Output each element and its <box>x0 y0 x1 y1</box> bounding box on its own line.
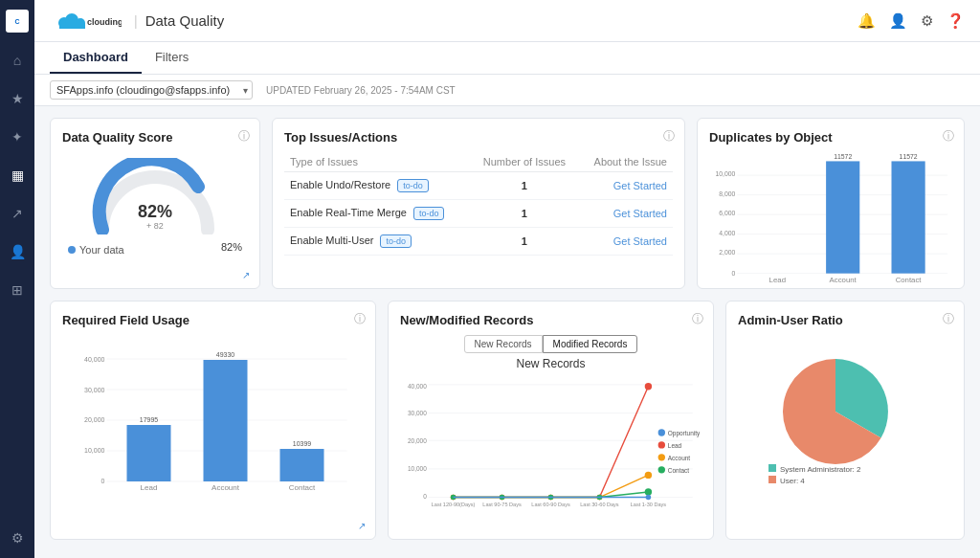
admin-pie-svg: System Administrator: 2 User: 4 <box>759 340 931 483</box>
card-quality-score: Data Quality Score ⓘ 82% + 82 Y <box>50 118 260 289</box>
svg-text:30,000: 30,000 <box>84 387 105 393</box>
svg-text:cloudingo: cloudingo <box>87 17 122 27</box>
duplicates-info-icon[interactable]: ⓘ <box>943 128 954 145</box>
svg-text:10399: 10399 <box>293 440 312 447</box>
req-external-link[interactable]: ↗ <box>358 521 366 531</box>
svg-point-79 <box>658 441 665 448</box>
bell-icon[interactable]: 🔔 <box>858 12 876 30</box>
card-row-1: Data Quality Score ⓘ 82% + 82 Y <box>50 118 965 289</box>
issue-action[interactable]: Get Started <box>577 200 673 228</box>
user-icon[interactable]: 👤 <box>889 12 907 30</box>
svg-text:User: 4: User: 4 <box>780 477 805 483</box>
tab-dashboard[interactable]: Dashboard <box>50 42 142 74</box>
sidebar-nav-tools[interactable]: ✦ <box>7 126 28 147</box>
quality-score-title: Data Quality Score <box>62 130 248 145</box>
svg-text:82%: 82% <box>138 202 172 221</box>
newrec-chart-svg: 0 10,000 20,000 30,000 40,000 Last 120-9… <box>400 374 702 513</box>
svg-rect-87 <box>768 476 776 483</box>
admin-ratio-title: Admin-User Ratio <box>738 313 952 327</box>
issue-count: 1 <box>472 200 578 228</box>
svg-rect-37 <box>127 425 171 481</box>
tab-filters[interactable]: Filters <box>142 42 202 74</box>
svg-text:Lead: Lead <box>769 276 786 284</box>
gauge-container: 82% + 82 <box>62 152 248 238</box>
svg-text:+ 82: + 82 <box>146 221 164 231</box>
sidebar-nav-chart[interactable]: ▦ <box>7 165 28 186</box>
req-field-info-icon[interactable]: ⓘ <box>354 311 366 327</box>
svg-text:Last 30-60 Days: Last 30-60 Days <box>580 502 619 507</box>
sf-select-wrapper[interactable]: SFApps.info (cloudingo@sfapps.info) <box>50 80 253 100</box>
svg-text:Last 120-90(Days): Last 120-90(Days) <box>432 502 476 507</box>
sidebar-logo[interactable]: C <box>6 10 29 33</box>
svg-point-81 <box>658 454 665 460</box>
svg-rect-20 <box>826 161 859 273</box>
issue-action[interactable]: Get Started <box>577 228 673 256</box>
svg-text:2,000: 2,000 <box>719 249 735 256</box>
toolbar: SFApps.info (cloudingo@sfapps.info) UPDA… <box>34 75 980 106</box>
card-new-records: New/Modified Records ⓘ New Records Modif… <box>388 301 714 540</box>
issue-type: Enable Real-Time Merge to-do <box>284 200 472 228</box>
main-area: cloudingo | Data Quality 🔔 👤 ⚙ ❓ Dashboa… <box>34 0 980 558</box>
svg-point-65 <box>645 383 652 390</box>
admin-ratio-info-icon[interactable]: ⓘ <box>943 311 954 327</box>
top-issues-info-icon[interactable]: ⓘ <box>663 128 675 145</box>
svg-text:System Administrator: 2: System Administrator: 2 <box>780 465 861 474</box>
svg-point-83 <box>658 466 665 473</box>
sidebar-nav-groups[interactable]: ⊞ <box>7 279 28 301</box>
svg-text:10,000: 10,000 <box>84 447 105 454</box>
get-started-link[interactable]: Get Started <box>613 180 667 191</box>
issue-badge: to-do <box>380 234 412 248</box>
issue-action[interactable]: Get Started <box>577 172 673 200</box>
svg-text:Contact: Contact <box>289 483 316 492</box>
svg-text:Last 60-90 Days: Last 60-90 Days <box>531 502 570 507</box>
top-issues-title: Top Issues/Actions <box>284 130 673 145</box>
logo-area: cloudingo | Data Quality <box>50 10 224 33</box>
cloudingo-logo: cloudingo <box>50 10 126 33</box>
gauge-legend-pct: 82% <box>221 241 242 253</box>
svg-text:10,000: 10,000 <box>408 465 427 472</box>
help-icon[interactable]: ❓ <box>947 12 965 30</box>
new-records-controls: New Records Modified Records <box>400 335 702 353</box>
card-admin-ratio: Admin-User Ratio ⓘ System Admi <box>725 301 965 540</box>
svg-rect-22 <box>892 161 925 273</box>
gauge-legend-label: Your data <box>79 244 124 256</box>
topbar: cloudingo | Data Quality 🔔 👤 ⚙ ❓ <box>34 0 980 42</box>
sidebar-nav-analytics[interactable]: ↗ <box>7 203 28 224</box>
new-records-info-icon[interactable]: ⓘ <box>692 311 703 327</box>
duplicates-title: Duplicates by Object <box>709 130 952 145</box>
gauge-svg: 82% + 82 <box>88 158 222 234</box>
btn-new-records[interactable]: New Records <box>464 335 543 353</box>
btn-modified-records[interactable]: Modified Records <box>543 335 638 353</box>
svg-text:11572: 11572 <box>900 153 918 160</box>
table-row: Enable Multi-User to-do 1 Get Started <box>284 228 673 256</box>
sidebar-nav-star[interactable]: ★ <box>7 88 28 109</box>
admin-chart-area: System Administrator: 2 User: 4 <box>738 335 952 488</box>
svg-text:0: 0 <box>101 478 105 484</box>
th-about: About the Issue <box>577 152 673 172</box>
sf-account-select[interactable]: SFApps.info (cloudingo@sfapps.info) <box>50 80 253 100</box>
sidebar-nav-settings[interactable]: ⚙ <box>7 527 28 548</box>
svg-text:0: 0 <box>732 270 736 277</box>
req-field-title: Required Field Usage <box>62 313 364 327</box>
get-started-link[interactable]: Get Started <box>613 208 667 219</box>
gear-icon[interactable]: ⚙ <box>921 12 933 30</box>
svg-text:4,000: 4,000 <box>719 230 735 236</box>
svg-text:0: 0 <box>423 493 427 500</box>
page-title: Data Quality <box>145 12 225 29</box>
svg-rect-85 <box>768 464 776 472</box>
issue-type: Enable Multi-User to-do <box>284 228 472 256</box>
content-area: Data Quality Score ⓘ 82% + 82 Y <box>34 106 980 558</box>
issue-count: 1 <box>472 172 578 200</box>
svg-point-76 <box>646 495 652 501</box>
dup-chart-svg: 0 2,000 4,000 6,000 8,000 10,000 <box>709 152 952 286</box>
external-link-icon[interactable]: ↗ <box>242 270 250 280</box>
sidebar-nav-home[interactable]: ⌂ <box>7 50 28 71</box>
sidebar-nav-users[interactable]: 👤 <box>7 241 28 262</box>
th-count: Number of Issues <box>472 152 578 172</box>
gauge-legend-row: Your data 82% <box>62 238 248 256</box>
svg-text:Account: Account <box>668 455 691 461</box>
topbar-right: 🔔 👤 ⚙ ❓ <box>858 12 965 30</box>
quality-score-info-icon[interactable]: ⓘ <box>238 128 250 145</box>
card-top-issues: Top Issues/Actions ⓘ Type of Issues Numb… <box>272 118 685 289</box>
get-started-link[interactable]: Get Started <box>613 235 667 247</box>
